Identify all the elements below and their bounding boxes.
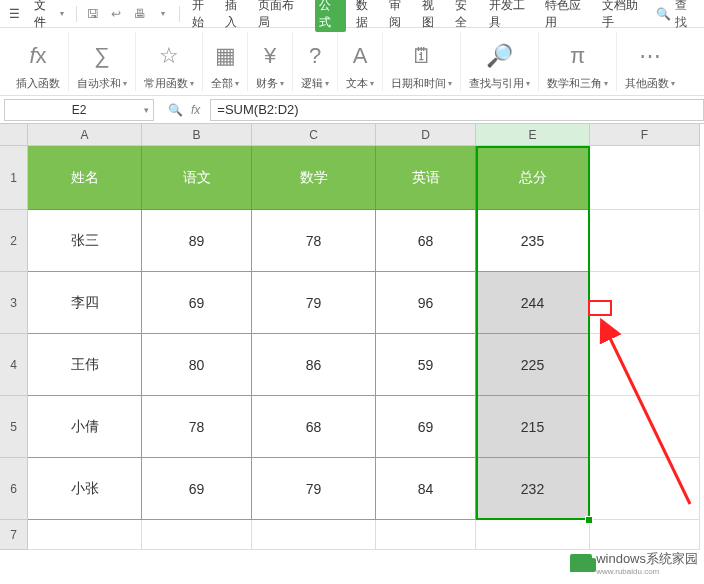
cell[interactable] <box>590 520 700 550</box>
tab-insert[interactable]: 插入 <box>225 0 248 31</box>
formula-value: =SUM(B2:D2) <box>217 102 298 117</box>
name-box[interactable]: E2 ▾ <box>4 99 154 121</box>
row-header[interactable]: 2 <box>0 210 28 272</box>
cell[interactable] <box>252 520 376 550</box>
ribbon-datetime[interactable]: 🗓 日期和时间▾ <box>383 32 461 91</box>
tab-formula[interactable]: 公式 <box>315 0 346 32</box>
col-header-b[interactable]: B <box>142 124 252 146</box>
cell[interactable]: 89 <box>142 210 252 272</box>
cell[interactable]: 78 <box>142 396 252 458</box>
sigma-icon: ∑ <box>94 40 110 72</box>
cell-selected[interactable]: 215 <box>476 396 590 458</box>
zoom-icon[interactable]: 🔍 <box>168 103 183 117</box>
cell[interactable]: 李四 <box>28 272 142 334</box>
file-menu[interactable]: 文件 ▾ <box>28 0 70 33</box>
annotation-red-box <box>588 300 612 316</box>
watermark: windows系统家园 www.rubaidu.com <box>570 550 698 576</box>
ribbon-other[interactable]: ⋯ 其他函数▾ <box>617 32 683 91</box>
save-icon[interactable]: 🖫 <box>83 7 103 21</box>
tab-review[interactable]: 审阅 <box>389 0 412 31</box>
cell[interactable]: 69 <box>376 396 476 458</box>
ribbon-all[interactable]: ▦ 全部▾ <box>203 32 248 91</box>
row-header[interactable]: 4 <box>0 334 28 396</box>
cell[interactable] <box>376 520 476 550</box>
tab-pagelayout[interactable]: 页面布局 <box>258 0 304 31</box>
row-header[interactable]: 6 <box>0 458 28 520</box>
undo-icon[interactable]: ↩ <box>106 7 126 21</box>
cell-selected[interactable]: 244 <box>476 272 590 334</box>
search-button[interactable]: 🔍 查找 <box>656 0 698 31</box>
cell[interactable] <box>590 210 700 272</box>
formula-input[interactable]: =SUM(B2:D2) <box>210 99 704 121</box>
cell[interactable]: 79 <box>252 458 376 520</box>
header-cell[interactable]: 总分 <box>476 146 590 210</box>
more-icon: ⋯ <box>639 40 661 72</box>
row-header[interactable]: 1 <box>0 146 28 210</box>
cell[interactable]: 68 <box>252 396 376 458</box>
fx-icon[interactable]: fx <box>191 103 200 117</box>
caret-down-icon[interactable]: ▾ <box>153 9 173 18</box>
header-cell[interactable]: 语文 <box>142 146 252 210</box>
col-header-e[interactable]: E <box>476 124 590 146</box>
cell[interactable] <box>142 520 252 550</box>
cell-selected[interactable]: 225 <box>476 334 590 396</box>
ribbon-text[interactable]: A 文本▾ <box>338 32 383 91</box>
col-header-c[interactable]: C <box>252 124 376 146</box>
caret-down-icon: ▾ <box>60 9 64 18</box>
tab-dochelper[interactable]: 文档助手 <box>602 0 648 31</box>
ribbon-financial[interactable]: ¥ 财务▾ <box>248 32 293 91</box>
cell[interactable]: 68 <box>376 210 476 272</box>
ribbon-lookup[interactable]: 🔎 查找与引用▾ <box>461 32 539 91</box>
cell-active[interactable]: 235 <box>476 210 590 272</box>
cell[interactable]: 79 <box>252 272 376 334</box>
ribbon-logical[interactable]: ? 逻辑▾ <box>293 32 338 91</box>
cell[interactable]: 69 <box>142 458 252 520</box>
cell[interactable]: 王伟 <box>28 334 142 396</box>
cell[interactable]: 69 <box>142 272 252 334</box>
tab-special[interactable]: 特色应用 <box>545 0 591 31</box>
col-header-d[interactable]: D <box>376 124 476 146</box>
tab-devtools[interactable]: 开发工具 <box>489 0 535 31</box>
col-header-f[interactable]: F <box>590 124 700 146</box>
cell[interactable] <box>590 146 700 210</box>
cell[interactable] <box>590 458 700 520</box>
caret-down-icon: ▾ <box>144 105 149 115</box>
cell[interactable]: 96 <box>376 272 476 334</box>
caret-down-icon: ▾ <box>235 79 239 88</box>
cell[interactable]: 80 <box>142 334 252 396</box>
cell[interactable]: 84 <box>376 458 476 520</box>
ribbon-math[interactable]: π 数学和三角▾ <box>539 32 617 91</box>
ribbon-common-fn[interactable]: ☆ 常用函数▾ <box>136 32 203 91</box>
tab-data[interactable]: 数据 <box>356 0 379 31</box>
col-header-a[interactable]: A <box>28 124 142 146</box>
row-header[interactable]: 7 <box>0 520 28 550</box>
row-header[interactable]: 3 <box>0 272 28 334</box>
select-all-corner[interactable] <box>0 124 28 146</box>
tab-start[interactable]: 开始 <box>192 0 215 31</box>
tab-security[interactable]: 安全 <box>455 0 478 31</box>
math-icon: π <box>570 40 585 72</box>
cell[interactable] <box>590 396 700 458</box>
row-header[interactable]: 5 <box>0 396 28 458</box>
cell[interactable]: 86 <box>252 334 376 396</box>
header-cell[interactable]: 英语 <box>376 146 476 210</box>
fill-handle[interactable] <box>585 516 593 524</box>
cell[interactable]: 张三 <box>28 210 142 272</box>
cell[interactable] <box>28 520 142 550</box>
header-cell[interactable]: 姓名 <box>28 146 142 210</box>
cell[interactable]: 小倩 <box>28 396 142 458</box>
grid-icon: ▦ <box>215 40 236 72</box>
caret-down-icon: ▾ <box>325 79 329 88</box>
cell[interactable] <box>476 520 590 550</box>
cell[interactable] <box>590 334 700 396</box>
print-icon[interactable]: 🖶 <box>130 7 150 21</box>
header-cell[interactable]: 数学 <box>252 146 376 210</box>
cell[interactable]: 小张 <box>28 458 142 520</box>
cell[interactable]: 59 <box>376 334 476 396</box>
cell[interactable]: 78 <box>252 210 376 272</box>
tab-view[interactable]: 视图 <box>422 0 445 31</box>
cell-selected[interactable]: 232 <box>476 458 590 520</box>
app-menu-icon[interactable]: ☰ <box>6 5 24 23</box>
ribbon-insert-function[interactable]: fx 插入函数 <box>8 32 69 91</box>
ribbon-autosum[interactable]: ∑ 自动求和▾ <box>69 32 136 91</box>
